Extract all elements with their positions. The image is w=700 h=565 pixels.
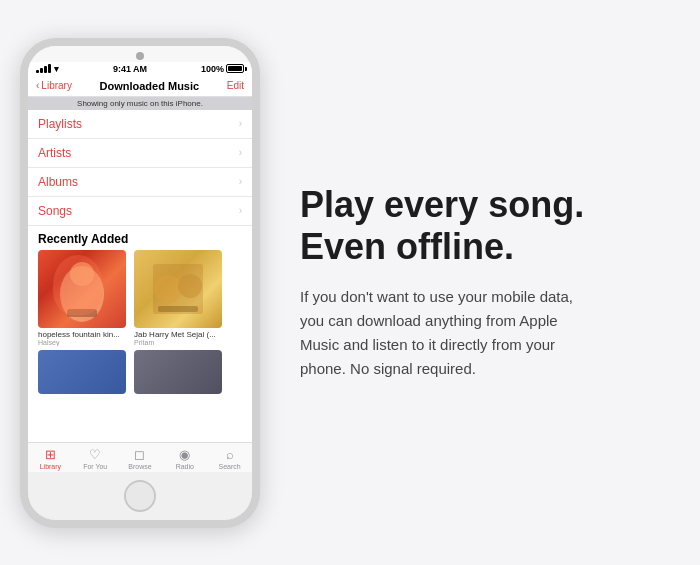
phone-device: ▾ 9:41 AM 100% ‹ Library xyxy=(20,38,260,528)
album-card-halsey[interactable]: hopeless fountain kin... Halsey xyxy=(38,250,126,346)
battery-percent: 100% xyxy=(201,64,224,74)
radio-tab-icon: ◉ xyxy=(179,447,190,462)
battery-fill xyxy=(228,66,242,71)
for-you-tab-label: For You xyxy=(83,463,107,470)
phone-screen: ▾ 9:41 AM 100% ‹ Library xyxy=(28,62,252,472)
tab-library[interactable]: ⊞ Library xyxy=(28,447,73,470)
svg-rect-6 xyxy=(158,306,198,312)
promo-body: If you don't want to use your mobile dat… xyxy=(300,285,580,381)
artists-chevron: › xyxy=(239,147,242,158)
phone-wrapper: ▾ 9:41 AM 100% ‹ Library xyxy=(0,18,280,548)
library-tab-icon: ⊞ xyxy=(45,447,56,462)
menu-item-artists[interactable]: Artists › xyxy=(28,139,252,168)
tab-radio[interactable]: ◉ Radio xyxy=(162,447,207,470)
halsey-artist: Halsey xyxy=(38,339,126,346)
status-bar: ▾ 9:41 AM 100% xyxy=(28,62,252,76)
halsey-art-bg xyxy=(38,250,126,328)
signal-bars xyxy=(36,64,51,73)
page-container: ▾ 9:41 AM 100% ‹ Library xyxy=(0,0,700,565)
radio-tab-label: Radio xyxy=(176,463,194,470)
wifi-icon: ▾ xyxy=(54,64,59,74)
bottom-album-1 xyxy=(38,350,126,394)
promo-headline: Play every song.Even offline. xyxy=(300,184,670,267)
browse-tab-label: Browse xyxy=(128,463,151,470)
playlists-label: Playlists xyxy=(38,117,82,131)
album-grid: hopeless fountain kin... Halsey xyxy=(28,250,252,346)
tab-bar: ⊞ Library ♡ For You ◻ Browse ◉ Radio xyxy=(28,442,252,472)
phone-notch xyxy=(28,46,252,62)
promo-panel: Play every song.Even offline. If you don… xyxy=(280,164,700,401)
playlists-chevron: › xyxy=(239,118,242,129)
front-camera xyxy=(136,52,144,60)
menu-item-playlists[interactable]: Playlists › xyxy=(28,110,252,139)
phone-home-area xyxy=(28,472,252,520)
subtitle-bar: Showing only music on this iPhone. xyxy=(28,97,252,110)
tab-for-you[interactable]: ♡ For You xyxy=(73,447,118,470)
subtitle-text: Showing only music on this iPhone. xyxy=(77,99,203,108)
albums-chevron: › xyxy=(239,176,242,187)
album-art-harry xyxy=(134,250,222,328)
tab-search[interactable]: ⌕ Search xyxy=(207,447,252,470)
status-right: 100% xyxy=(201,64,244,74)
svg-point-4 xyxy=(154,275,182,303)
status-left: ▾ xyxy=(36,64,59,74)
menu-item-songs[interactable]: Songs › xyxy=(28,197,252,226)
tab-browse[interactable]: ◻ Browse xyxy=(118,447,163,470)
back-button[interactable]: ‹ Library xyxy=(36,80,72,91)
back-label: Library xyxy=(41,80,72,91)
bottom-album-row xyxy=(28,346,252,398)
halsey-album-name: hopeless fountain kin... xyxy=(38,330,126,339)
recently-added-title: Recently Added xyxy=(28,226,252,250)
search-tab-label: Search xyxy=(218,463,240,470)
nav-bar: ‹ Library Downloaded Music Edit xyxy=(28,76,252,97)
menu-item-albums[interactable]: Albums › xyxy=(28,168,252,197)
songs-chevron: › xyxy=(239,205,242,216)
svg-point-5 xyxy=(178,274,202,298)
battery-icon xyxy=(226,64,244,73)
harry-art-svg xyxy=(148,254,208,324)
menu-list: Playlists › Artists › Albums › Songs › xyxy=(28,110,252,226)
harry-art-bg xyxy=(134,250,222,328)
back-chevron: ‹ xyxy=(36,80,39,91)
songs-label: Songs xyxy=(38,204,72,218)
status-time: 9:41 AM xyxy=(113,64,147,74)
harry-artist: Pritam xyxy=(134,339,222,346)
browse-tab-icon: ◻ xyxy=(134,447,145,462)
album-card-harry[interactable]: Jab Harry Met Sejal (... Pritam xyxy=(134,250,222,346)
harry-album-name: Jab Harry Met Sejal (... xyxy=(134,330,222,339)
nav-title: Downloaded Music xyxy=(100,80,200,92)
edit-button[interactable]: Edit xyxy=(227,80,244,91)
bottom-album-2 xyxy=(134,350,222,394)
for-you-tab-icon: ♡ xyxy=(89,447,101,462)
home-button[interactable] xyxy=(124,480,156,512)
artists-label: Artists xyxy=(38,146,71,160)
albums-label: Albums xyxy=(38,175,78,189)
album-art-halsey xyxy=(38,250,126,328)
search-tab-icon: ⌕ xyxy=(226,447,234,462)
library-tab-label: Library xyxy=(40,463,61,470)
